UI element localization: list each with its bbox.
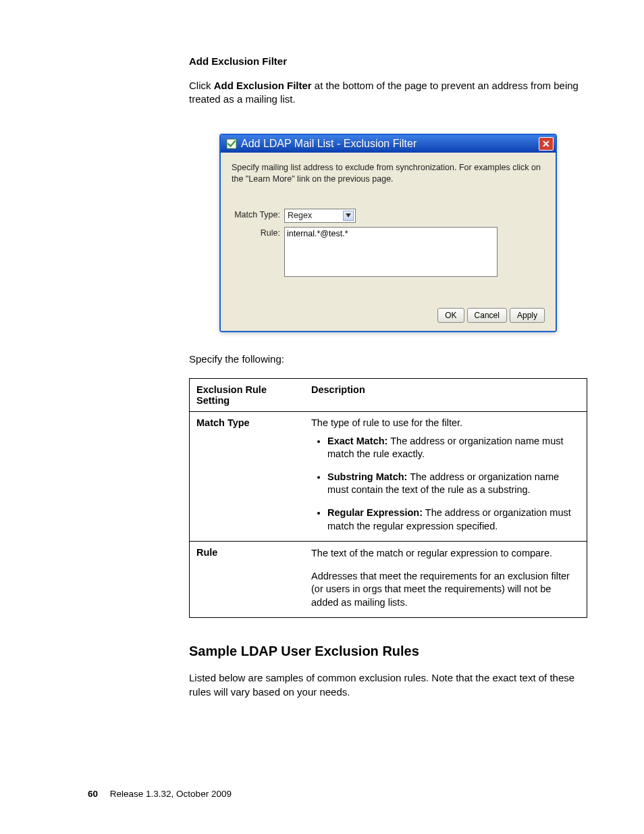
dialog-title: Add LDAP Mail List - Exclusion Filter <box>241 138 539 150</box>
row2-p1: The text of the match or regular express… <box>311 547 580 561</box>
check-icon <box>226 138 237 149</box>
page-footer: 60 Release 1.3.32, October 2009 <box>88 789 232 799</box>
specify-following: Specify the following: <box>189 353 587 366</box>
page-number: 60 <box>88 789 98 799</box>
list-item: Regular Expression: The address or organ… <box>327 506 580 533</box>
match-type-value: Regex <box>288 211 312 220</box>
dialog-instruction: Specify mailing list address to exclude … <box>232 162 545 186</box>
row2-p2: Addresses that meet the requirements for… <box>311 570 580 610</box>
table-row: Rule The text of the match or regular ex… <box>190 541 587 617</box>
cancel-button[interactable]: Cancel <box>467 308 507 323</box>
list-item: Exact Match: The address or organization… <box>327 435 580 461</box>
table-row: Match Type The type of rule to use for t… <box>190 411 587 541</box>
apply-button[interactable]: Apply <box>510 308 545 323</box>
row1-setting: Match Type <box>190 412 304 541</box>
dialog-body: Specify mailing list address to exclude … <box>221 153 556 331</box>
exclusion-filter-dialog: Add LDAP Mail List - Exclusion Filter ✕ … <box>219 134 557 332</box>
sample-rules-intro: Listed below are samples of common exclu… <box>189 671 587 699</box>
settings-table: Exclusion Rule Setting Description Match… <box>189 378 587 619</box>
bullet-bold: Exact Match: <box>327 436 387 446</box>
intro-pre: Click <box>189 80 214 91</box>
rule-label: Rule: <box>232 227 284 238</box>
row2-setting: Rule <box>190 542 304 617</box>
chevron-down-icon <box>343 211 354 221</box>
row1-description: The type of rule to use for the filter. … <box>304 412 587 541</box>
close-icon: ✕ <box>542 138 550 149</box>
table-header-setting: Exclusion Rule Setting <box>190 379 304 411</box>
release-info: Release 1.3.32, October 2009 <box>110 789 232 799</box>
match-type-label: Match Type: <box>232 209 284 219</box>
match-type-select[interactable]: Regex <box>284 209 356 223</box>
close-button[interactable]: ✕ <box>539 137 554 151</box>
section-heading-sample-rules: Sample LDAP User Exclusion Rules <box>189 644 587 659</box>
intro-bold: Add Exclusion Filter <box>214 80 312 91</box>
bullet-bold: Regular Expression: <box>327 507 423 518</box>
rule-input[interactable] <box>284 227 498 277</box>
dialog-titlebar: Add LDAP Mail List - Exclusion Filter ✕ <box>221 135 556 153</box>
intro-paragraph: Click Add Exclusion Filter at the bottom… <box>189 79 587 107</box>
bullet-bold: Substring Match: <box>327 471 407 482</box>
row1-lead: The type of rule to use for the filter. <box>311 417 462 428</box>
row2-description: The text of the match or regular express… <box>304 542 587 617</box>
section-heading-add-exclusion: Add Exclusion Filter <box>189 55 587 67</box>
ok-button[interactable]: OK <box>437 308 464 323</box>
table-header-description: Description <box>304 379 587 411</box>
list-item: Substring Match: The address or organiza… <box>327 471 580 497</box>
table-header-row: Exclusion Rule Setting Description <box>190 379 587 411</box>
